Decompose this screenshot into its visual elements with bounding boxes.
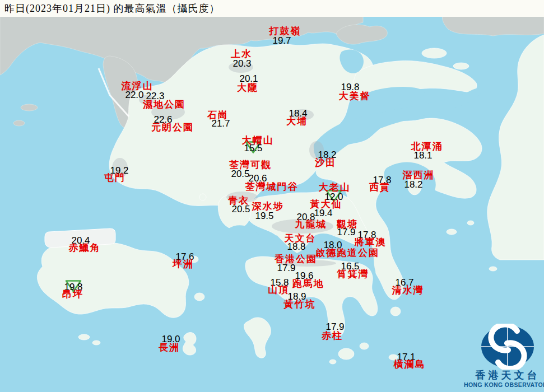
- station-name: 屯門: [104, 173, 125, 183]
- station-name: 滘西洲: [403, 170, 435, 180]
- station-name: 荃灣可觀: [229, 160, 272, 170]
- tung-lung-island: [390, 307, 401, 316]
- ma-wan-island: [199, 194, 206, 200]
- mirs-bay-island: [453, 63, 469, 69]
- station-value: 17.9: [277, 263, 295, 273]
- station-value: 22.0: [125, 90, 143, 100]
- station-value: 19.5: [255, 211, 273, 221]
- station-name: 西貢: [369, 183, 390, 192]
- hko-logo: 香港天文台 HONG KONG OBSERVATORY: [458, 324, 544, 388]
- deep-bay-islet: [13, 120, 25, 126]
- station-name: 山頂: [268, 285, 289, 295]
- station-name: 觀塘: [337, 220, 358, 229]
- soko-islands: [78, 334, 90, 340]
- station-name: 天文台: [285, 234, 317, 243]
- top-right-coast: [442, 16, 544, 36]
- station-name: 九龍城: [295, 220, 327, 229]
- station-name: 坪洲: [173, 259, 194, 269]
- station-name: 石崗: [207, 110, 229, 120]
- weather-map-page: 19.7打鼓嶺20.3上水20.1大隴22.0流浮山22.3濕地公園22.6元朗…: [0, 0, 544, 392]
- station-name: 黃竹坑: [284, 300, 316, 309]
- station-name: 打鼓嶺: [269, 26, 301, 36]
- hko-logo-icon: [474, 324, 541, 370]
- east-islet: [447, 229, 457, 235]
- station-name: 大美督: [339, 91, 371, 101]
- south-islet: [329, 360, 336, 364]
- ninepin-islands: [489, 267, 497, 271]
- hei-ling-chau-island: [194, 293, 204, 301]
- station-name: 橫瀾島: [394, 360, 426, 369]
- station-name: 沙田: [315, 158, 336, 167]
- station-name: 流浮山: [122, 81, 154, 91]
- station-value: 19.7: [272, 36, 291, 45]
- station-name: 筲箕灣: [337, 269, 369, 279]
- station-name: 跑馬地: [292, 279, 324, 288]
- soko-islet: [92, 340, 100, 345]
- page-title: 昨日(2023年01月21日) 的最高氣溫（攝氏度）: [4, 2, 220, 15]
- station-name: 上水: [231, 49, 252, 59]
- station-name: 大隴: [237, 83, 258, 92]
- station-name: 昂坪: [62, 290, 83, 299]
- mirs-bay-island: [422, 48, 447, 58]
- station-value: 18.2: [404, 180, 422, 189]
- station-name: 赤柱: [322, 331, 343, 340]
- station-name: 啟德跑道公園: [315, 248, 379, 258]
- station-name: 赤鱲角: [69, 243, 101, 253]
- station-value: 19.4: [314, 208, 332, 218]
- station-name: 荃灣城門谷: [245, 182, 299, 192]
- station-name: 元朗公園: [151, 123, 194, 132]
- po-toi-island: [338, 348, 354, 360]
- station-name: 青衣: [228, 196, 249, 206]
- station-name: 將軍澳: [355, 237, 387, 247]
- east-islet: [467, 221, 474, 225]
- title-bar: 昨日(2023年01月21日) 的最高氣溫（攝氏度）: [0, 0, 544, 17]
- station-name: 長洲: [159, 343, 180, 352]
- station-name: 濕地公園: [143, 100, 185, 109]
- hko-logo-name-zh: 香港天文台: [458, 370, 544, 381]
- station-name: 清水灣: [392, 286, 424, 295]
- deep-bay-islet: [21, 104, 38, 111]
- beaufort-island: [360, 343, 369, 349]
- station-name: 大埔: [286, 116, 308, 126]
- station-name: 香港公園: [275, 254, 317, 264]
- station-name: 北潭涌: [411, 142, 443, 151]
- station-value: 18.1: [413, 151, 432, 160]
- station-value: 20.5: [231, 169, 249, 179]
- station-name: 深水埗: [252, 202, 284, 211]
- station-name: 大帽山: [242, 136, 274, 145]
- cheung-chau-island: [183, 333, 196, 356]
- station-value: 20.3: [233, 59, 251, 68]
- station-name: 大老山: [319, 183, 351, 192]
- station-name: 黃大仙: [310, 199, 342, 209]
- hko-logo-name-en: HONG KONG OBSERVATORY: [458, 381, 544, 389]
